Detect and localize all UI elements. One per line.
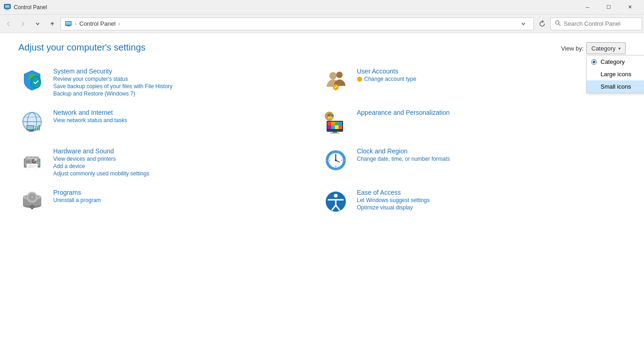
page-title: Adjust your computer's settings: [18, 42, 626, 53]
cp-item-appearance[interactable]: Appearance and Personalization: [322, 108, 626, 135]
svg-rect-32: [335, 122, 339, 125]
cp-item-clock[interactable]: Clock and Region Change date, time, or n…: [322, 146, 626, 177]
programs-text: Programs Uninstall a program: [53, 188, 101, 203]
svg-rect-87: [29, 207, 31, 208]
viewby-option-category[interactable]: Category: [587, 56, 644, 68]
titlebar: Control Panel ─ ☐ ✕: [0, 0, 644, 15]
svg-rect-2: [6, 9, 9, 10]
viewby-dropdown[interactable]: Category ▾ Category Large icons Small ic…: [586, 42, 626, 54]
radio-empty-large: [591, 72, 597, 77]
cp-item-hardware[interactable]: Hardware and Sound View devices and prin…: [18, 146, 322, 177]
svg-point-11: [31, 77, 40, 88]
system-security-text: System and Security Review your computer…: [53, 67, 172, 97]
ease-title[interactable]: Ease of Access: [357, 189, 430, 196]
viewby-option-large-icons[interactable]: Large icons: [587, 68, 644, 80]
user-accounts-link1[interactable]: Change account type: [364, 76, 416, 82]
appearance-title[interactable]: Appearance and Personalization: [357, 109, 450, 116]
refresh-button[interactable]: [536, 17, 549, 30]
small-icons-option-label: Small icons: [600, 83, 631, 90]
svg-rect-85: [32, 205, 33, 207]
address-bar-box[interactable]: › Control Panel ›: [61, 17, 534, 30]
back-button[interactable]: [2, 17, 15, 30]
system-security-link1[interactable]: Review your computer's status: [53, 76, 172, 82]
search-input[interactable]: [564, 20, 641, 27]
address-sep2: ›: [118, 21, 120, 27]
system-security-title[interactable]: System and Security: [53, 68, 172, 75]
forward-button[interactable]: [17, 17, 29, 30]
viewby-label: View by:: [561, 45, 583, 52]
window-title: Control Panel: [14, 4, 577, 11]
svg-rect-38: [333, 132, 337, 133]
viewby-menu: Category Large icons Small icons: [586, 55, 644, 93]
shield-small-icon: [357, 76, 362, 82]
svg-point-69: [335, 159, 337, 161]
dropdown-history-button[interactable]: [31, 17, 44, 30]
svg-rect-31: [331, 122, 335, 125]
cp-item-network[interactable]: Network and Internet View network status…: [18, 108, 322, 135]
system-security-link2[interactable]: Save backup copies of your files with Fi…: [53, 83, 172, 90]
ease-text: Ease of Access Let Windows suggest setti…: [357, 188, 430, 211]
svg-rect-50: [27, 164, 38, 169]
window-controls: ─ ☐ ✕: [577, 0, 640, 15]
svg-point-81: [31, 196, 33, 198]
hardware-title[interactable]: Hardware and Sound: [53, 147, 149, 155]
svg-rect-36: [335, 125, 339, 129]
svg-rect-86: [32, 208, 33, 209]
viewby-button[interactable]: Category ▾: [586, 42, 626, 54]
radio-empty-small: [591, 84, 597, 90]
svg-rect-24: [28, 131, 33, 132]
clock-link1[interactable]: Change date, time, or number formats: [357, 156, 450, 162]
svg-point-44: [330, 117, 333, 119]
svg-rect-33: [339, 122, 342, 125]
radio-dot-category: [591, 59, 597, 65]
main-content: Adjust your computer's settings View by:…: [0, 33, 644, 225]
ease-icon: [322, 188, 350, 215]
clock-icon: [322, 146, 350, 174]
svg-rect-5: [66, 22, 71, 25]
network-title[interactable]: Network and Internet: [53, 109, 127, 116]
search-box[interactable]: [550, 17, 642, 30]
cp-item-system-security[interactable]: System and Security Review your computer…: [18, 67, 322, 97]
svg-rect-22: [27, 126, 33, 130]
close-button[interactable]: ✕: [619, 0, 640, 15]
cp-item-user-accounts[interactable]: User Accounts Change account type: [322, 67, 626, 97]
minimize-button[interactable]: ─: [577, 0, 598, 15]
svg-rect-30: [328, 122, 331, 125]
ease-link1[interactable]: Let Windows suggest settings: [357, 197, 430, 203]
svg-point-12: [329, 72, 337, 79]
programs-icon: [18, 188, 46, 215]
user-accounts-title[interactable]: User Accounts: [357, 68, 416, 75]
svg-rect-6: [67, 26, 70, 27]
hardware-text: Hardware and Sound View devices and prin…: [53, 146, 149, 177]
svg-rect-7: [66, 26, 71, 27]
hardware-link2[interactable]: Add a device: [53, 163, 149, 169]
system-security-link3[interactable]: Backup and Restore (Windows 7): [53, 90, 172, 97]
svg-line-9: [559, 24, 561, 26]
app-icon: [4, 4, 11, 11]
svg-rect-25: [35, 128, 36, 130]
large-icons-option-label: Large icons: [600, 71, 631, 78]
user-accounts-icon: [322, 67, 350, 94]
maximize-button[interactable]: ☐: [598, 0, 619, 15]
viewby-option-small-icons[interactable]: Small icons: [587, 80, 644, 93]
chevron-down-icon: ▾: [618, 46, 621, 51]
hardware-icon: [18, 146, 46, 174]
hardware-link1[interactable]: View devices and printers: [53, 156, 149, 162]
programs-title[interactable]: Programs: [53, 189, 101, 196]
viewby-bar: View by: Category ▾ Category Large icons: [561, 42, 626, 54]
clock-title[interactable]: Clock and Region: [357, 147, 450, 155]
svg-rect-27: [39, 125, 40, 130]
address-text: Control Panel: [79, 20, 116, 27]
svg-point-60: [35, 159, 37, 160]
svg-rect-35: [331, 125, 335, 129]
cp-item-programs[interactable]: Programs Uninstall a program: [18, 188, 322, 215]
up-button[interactable]: [46, 17, 59, 30]
network-link1[interactable]: View network status and tasks: [53, 117, 127, 124]
svg-rect-88: [33, 207, 35, 208]
ease-link2[interactable]: Optimize visual display: [357, 204, 430, 211]
address-dropdown-button[interactable]: [517, 17, 530, 30]
svg-rect-1: [5, 5, 10, 8]
programs-link1[interactable]: Uninstall a program: [53, 197, 101, 203]
hardware-link3[interactable]: Adjust commonly used mobility settings: [53, 170, 149, 177]
cp-item-ease[interactable]: Ease of Access Let Windows suggest setti…: [322, 188, 626, 215]
